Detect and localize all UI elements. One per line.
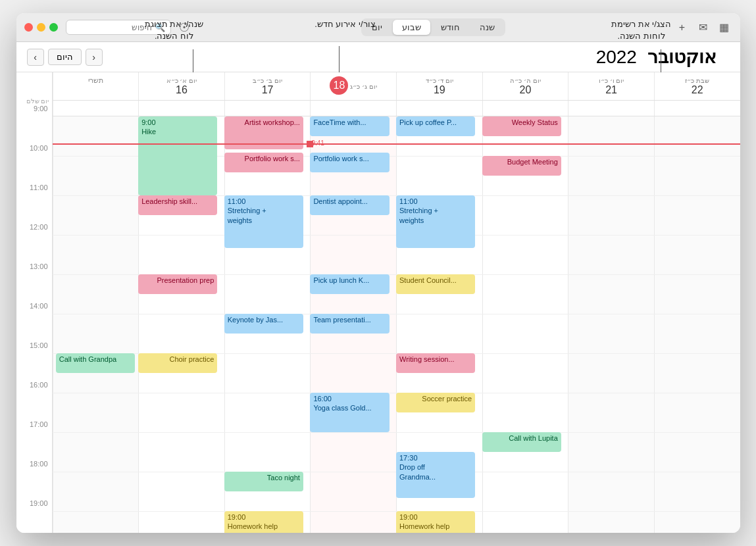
day-header-20: יום ה׳ כ״ה 20 [482, 72, 568, 100]
grid-scroll-area[interactable]: 9:41 Call with Grandpa 9:00Hike Leadersh… [53, 116, 740, 533]
search-box[interactable]: 🔍 [66, 20, 171, 35]
inbox-icon[interactable]: ✉ [695, 20, 711, 36]
event-weekly-status[interactable]: Weekly Status [482, 116, 561, 136]
time-labels: יום שלם 9:00 10:00 11:00 12:00 13:00 14:… [16, 72, 53, 533]
event-leadership[interactable]: Leadership skill... [138, 195, 217, 215]
grid-col-21[interactable] [568, 116, 654, 533]
event-portfolio-work-2[interactable]: Portfolio work s... [224, 153, 303, 172]
event-homework-4[interactable]: 19:00Homework help [396, 511, 475, 533]
current-time-label: 9:41 [311, 139, 324, 147]
day-headers: תשרי יום א׳ כ״א 16 יום ב׳ כ״ב 17 יום ג׳ … [53, 72, 740, 101]
today-button[interactable]: היום [48, 49, 82, 65]
calendar-list-icon[interactable]: ▦ [717, 20, 732, 36]
grid-col-20[interactable] [482, 116, 568, 533]
time-16: 16:00 [16, 381, 52, 420]
add-event-button[interactable]: + [674, 20, 690, 36]
all-day-22 [654, 101, 740, 116]
day-header-tishri: תשרי [53, 72, 139, 100]
time-19: 19:00 [16, 499, 52, 533]
event-dentist[interactable]: Dentist appoint... [310, 195, 389, 215]
time-15: 15:00 [16, 341, 52, 381]
all-day-16 [138, 101, 224, 116]
time-12: 12:00 [16, 223, 52, 262]
grid-content: 9:41 Call with Grandpa 9:00Hike Leadersh… [53, 116, 740, 533]
time-14: 14:00 [16, 302, 52, 341]
event-dropoff-grandma[interactable]: 17:30Drop offGrandma... [396, 452, 475, 498]
event-team-presentation[interactable]: Team presentati... [310, 314, 389, 334]
day-header-16: יום א׳ כ״א 16 [138, 72, 224, 100]
day-header-21: יום ו׳ כ״ו 21 [568, 72, 654, 100]
event-student-council[interactable]: Student Council... [396, 274, 475, 294]
all-day-row [53, 101, 740, 116]
day-header-18-today: יום ג׳ כ״ג 18 [310, 72, 396, 100]
event-stretching-2[interactable]: 11:00Stretching +weights [224, 195, 303, 248]
grid-col-heb[interactable] [53, 116, 139, 533]
day-header-17: יום ב׳ כ״ב 17 [224, 72, 311, 100]
event-presentation-prep[interactable]: Presentation prep [138, 274, 217, 294]
event-homework-2[interactable]: 19:00Homework help [224, 511, 303, 533]
all-day-label: יום שלם [16, 97, 52, 105]
fingerprint-icon[interactable]: ☉ [179, 20, 189, 35]
year-label: 2022 [596, 47, 637, 67]
prev-arrow[interactable]: ‹ [27, 49, 44, 66]
event-call-grandpa[interactable]: Call with Grandpa [56, 353, 135, 373]
all-day-20 [482, 101, 568, 116]
event-stretching-4[interactable]: 11:00Stretching +weights [396, 195, 475, 248]
search-input[interactable] [72, 23, 152, 32]
event-hike[interactable]: 9:00Hike [138, 116, 217, 195]
next-arrow[interactable]: › [86, 49, 103, 66]
time-9: 9:00 [16, 105, 52, 144]
traffic-lights [24, 23, 58, 32]
all-day-19 [396, 101, 482, 116]
minimize-button[interactable] [37, 23, 45, 32]
close-button[interactable] [24, 23, 33, 32]
view-buttons: יום שבוע חודש שנה [361, 18, 505, 36]
grid-col-22[interactable] [654, 116, 740, 533]
all-day-17 [224, 101, 311, 116]
nav-arrows: ‹ היום › [27, 49, 103, 66]
event-keynote[interactable]: Keynote by Jas... [224, 314, 303, 334]
all-day-21 [568, 101, 654, 116]
month-label: אוקטובר [647, 47, 717, 67]
calendar-area: יום שלם 9:00 10:00 11:00 12:00 13:00 14:… [16, 72, 740, 533]
time-13: 13:00 [16, 262, 52, 302]
event-taco-night[interactable]: Taco night [224, 472, 303, 491]
event-yoga[interactable]: 16:00Yoga class Gold... [310, 393, 389, 432]
event-portfolio-work-3[interactable]: Portfolio work s... [310, 153, 389, 172]
view-btn-day[interactable]: יום [363, 20, 391, 35]
search-icon: 🔍 [155, 22, 165, 32]
maximize-button[interactable] [49, 23, 58, 32]
grid-wrapper: תשרי יום א׳ כ״א 16 יום ב׳ כ״ב 17 יום ג׳ … [53, 72, 740, 533]
event-choir-practice[interactable]: Choir practice [138, 353, 217, 373]
day-header-19: יום ד׳ כ״ד 19 [396, 72, 482, 100]
titlebar: 🔍 ☉ יום שבוע חודש שנה + ✉ ▦ [16, 13, 740, 42]
time-10: 10:00 [16, 144, 52, 184]
day-header-22: שבת כ״ז 22 [654, 72, 740, 100]
event-artist-workshop[interactable]: Artist workshop... [224, 116, 303, 149]
navbar: ‹ היום › אוקטובר 2022 [16, 42, 740, 72]
event-writing-session[interactable]: Writing session... [396, 353, 475, 373]
event-call-lupita[interactable]: Call with Lupita [482, 432, 561, 452]
time-17: 17:00 [16, 420, 52, 460]
event-facetime[interactable]: FaceTime with... [310, 116, 389, 136]
event-pickup-coffee[interactable]: Pick up coffee P... [396, 116, 475, 136]
month-year-title: אוקטובר 2022 [103, 46, 730, 68]
all-day-18 [310, 101, 396, 116]
calendar-window: שנה/י את תצוגתלוח השנה. צור/י אירוע חדש.… [16, 13, 740, 533]
time-18: 18:00 [16, 460, 52, 499]
time-11: 11:00 [16, 184, 52, 223]
event-soccer[interactable]: Soccer practice [396, 393, 475, 412]
event-budget-meeting[interactable]: Budget Meeting [482, 156, 561, 176]
view-btn-week[interactable]: שבוע [393, 20, 430, 35]
view-btn-year[interactable]: שנה [470, 20, 504, 35]
all-day-tishri [53, 101, 139, 116]
event-pickup-lunch[interactable]: Pick up lunch K... [310, 274, 389, 294]
view-btn-month[interactable]: חודש [432, 20, 469, 35]
